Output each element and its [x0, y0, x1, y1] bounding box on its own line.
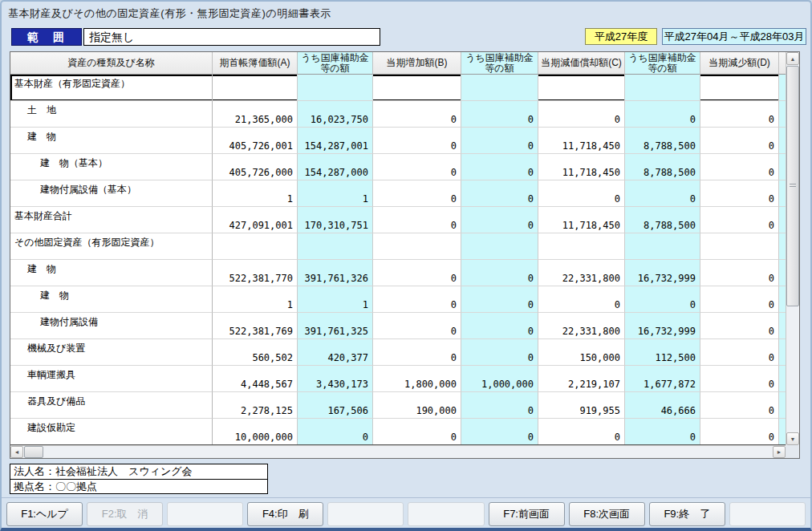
asset-name-cell: 建 物 [10, 260, 213, 286]
table-row[interactable]: 建 物1100000 [10, 286, 786, 313]
corporation-name-label: 法人名：社会福祉法人 スウィング会 [10, 464, 267, 479]
asset-name-cell: 土 地 [10, 101, 213, 128]
header-asset-name: 資産の種類及び名称 [10, 52, 213, 75]
thumb-grip-icon [790, 184, 796, 188]
value-cell: 405,726,000 [213, 154, 298, 180]
header-sliver [779, 52, 786, 75]
value-cell: 3,430,173 [298, 366, 373, 392]
value-cell: 8,788,500 [625, 207, 700, 233]
value-cell: 0 [461, 180, 538, 207]
entity-info-box: 法人名：社会福祉法人 スウィング会 拠点名：〇〇拠点 [10, 464, 268, 494]
sliver-cell [779, 207, 786, 233]
window-title: 基本財産及びその他の固定資産(有形・無形固定資産)の明細書表示 [8, 6, 331, 21]
value-cell: 167,506 [298, 392, 373, 419]
fkey-slot-6 [408, 502, 484, 526]
table-row[interactable]: 建 物（基本）405,726,000154,287,0000011,718,45… [10, 154, 786, 180]
value-cell [298, 233, 373, 260]
value-cell: 1,800,000 [373, 366, 461, 392]
value-cell: 21,365,000 [213, 101, 298, 128]
fkey-f8-next[interactable]: F8:次画面 [569, 502, 645, 526]
sliver-cell [779, 233, 786, 260]
table-row[interactable]: 建設仮勘定10,000,000000000 [10, 419, 786, 445]
fkey-f9-exit[interactable]: F9:終 了 [649, 502, 725, 526]
value-cell: 0 [700, 180, 779, 207]
assets-table: 資産の種類及び名称 期首帳簿価額(A) うち国庫補助金等の額 当期増加額(B) … [10, 51, 800, 459]
table-row[interactable]: 建物付属設備（基本）1100000 [10, 180, 786, 207]
value-cell: 0 [373, 313, 461, 339]
header-subsidy-2: うち国庫補助金等の額 [461, 52, 538, 75]
header-increase: 当期増加額(B) [373, 52, 461, 75]
value-cell: 0 [700, 313, 779, 339]
fkey-f4-print[interactable]: F4:印 刷 [247, 502, 323, 526]
vertical-scrollbar[interactable]: ▲ ▼ [786, 52, 799, 445]
value-cell: 170,310,751 [298, 207, 373, 233]
value-cell: 1 [298, 180, 373, 207]
value-cell: 0 [373, 154, 461, 180]
value-cell: 2,219,107 [538, 366, 625, 392]
value-cell [373, 75, 461, 101]
header-opening-book-value: 期首帳簿価額(A) [213, 52, 298, 75]
header-subsidy-3: うち国庫補助金等の額 [625, 52, 700, 75]
value-cell [213, 233, 298, 260]
table-row[interactable]: その他固定資産（有形固定資産） [10, 233, 786, 260]
value-cell: 1 [213, 180, 298, 207]
asset-name-cell: 車輌運搬具 [10, 366, 213, 392]
value-cell: 150,000 [538, 339, 625, 366]
value-cell [625, 75, 700, 101]
value-cell: 0 [700, 128, 779, 154]
vertical-scroll-thumb[interactable] [786, 66, 799, 306]
value-cell: 0 [373, 419, 461, 445]
table-row[interactable]: 基本財産合計427,091,001170,310,7510011,718,450… [10, 207, 786, 233]
fkey-f7-prev[interactable]: F7:前画面 [489, 502, 565, 526]
table-row[interactable]: 機械及び装置560,502420,37700150,000112,5000 [10, 339, 786, 366]
value-cell: 420,377 [298, 339, 373, 366]
value-cell: 0 [700, 419, 779, 445]
value-cell: 154,287,000 [298, 154, 373, 180]
table-row[interactable]: 建 物522,381,770391,761,3260022,331,80016,… [10, 260, 786, 286]
scroll-right-button[interactable]: ► [773, 446, 786, 458]
value-cell: 522,381,769 [213, 313, 298, 339]
fkey-slot-5 [327, 502, 404, 526]
scroll-left-button[interactable]: ◄ [10, 446, 23, 458]
value-cell: 0 [700, 366, 779, 392]
value-cell: 0 [461, 154, 538, 180]
value-cell: 0 [373, 207, 461, 233]
value-cell [461, 233, 538, 260]
table-row[interactable]: 器具及び備品2,278,125167,506190,0000919,95546,… [10, 392, 786, 419]
value-cell: 0 [373, 339, 461, 366]
sliver-cell [779, 180, 786, 207]
table-row[interactable]: 基本財産（有形固定資産） [10, 75, 786, 101]
table-row[interactable]: 車輌運搬具4,448,5673,430,1731,800,0001,000,00… [10, 366, 786, 392]
sliver-cell [779, 313, 786, 339]
scroll-down-button[interactable]: ▼ [786, 432, 799, 445]
value-cell: 405,726,001 [213, 128, 298, 154]
fkey-f1-help[interactable]: F1:ヘルプ [6, 502, 83, 526]
sliver-cell [779, 392, 786, 419]
sliver-cell [779, 101, 786, 128]
range-value-field[interactable]: 指定無し [83, 28, 380, 46]
table-row[interactable]: 建 物405,726,001154,287,0010011,718,4508,7… [10, 128, 786, 154]
value-cell: 11,718,450 [538, 154, 625, 180]
header-decrease: 当期減少額(D) [700, 52, 779, 75]
scroll-up-button[interactable]: ▲ [786, 52, 799, 65]
range-button[interactable]: 範 囲 [11, 28, 82, 46]
horizontal-scroll-thumb[interactable] [24, 446, 43, 458]
value-cell [538, 75, 625, 101]
table-row[interactable]: 建物付属設備522,381,769391,761,3250022,331,800… [10, 313, 786, 339]
value-cell: 522,381,770 [213, 260, 298, 286]
sliver-cell [779, 366, 786, 392]
scrollbar-corner [786, 445, 799, 458]
horizontal-scrollbar[interactable]: ◄ ► [10, 445, 786, 458]
sliver-cell [779, 128, 786, 154]
value-cell [700, 233, 779, 260]
value-cell: 0 [461, 260, 538, 286]
asset-name-cell: 建 物 [10, 286, 213, 313]
asset-name-cell: 基本財産（有形固定資産） [10, 75, 213, 101]
value-cell: 391,761,325 [298, 313, 373, 339]
value-cell: 8,788,500 [625, 154, 700, 180]
table-row[interactable]: 土 地21,365,00016,023,75000000 [10, 101, 786, 128]
value-cell: 391,761,326 [298, 260, 373, 286]
value-cell [298, 75, 373, 101]
value-cell [461, 75, 538, 101]
value-cell: 0 [461, 339, 538, 366]
